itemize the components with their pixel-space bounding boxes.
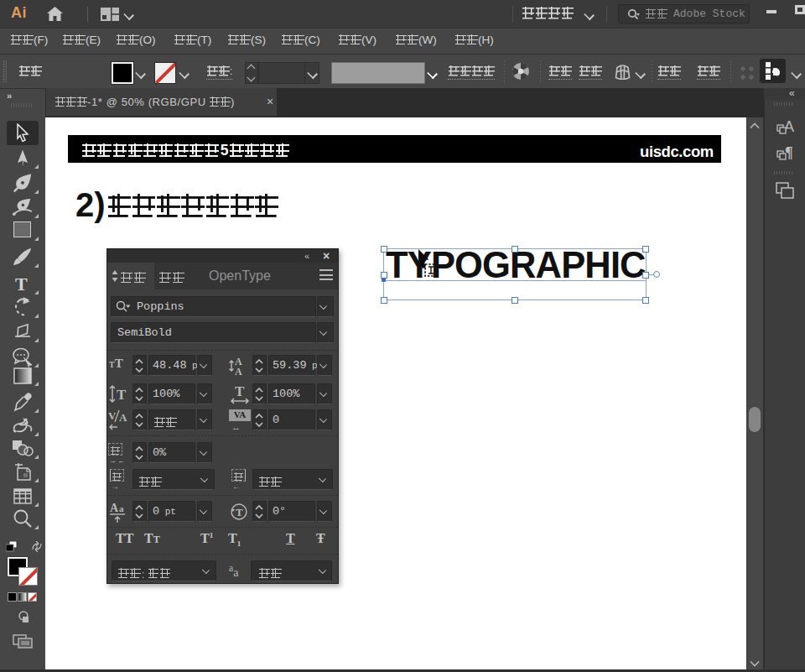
svg-text:A: A [119, 411, 127, 424]
svg-text:T: T [235, 383, 245, 399]
svg-text:A: A [110, 502, 119, 514]
svg-text:A: A [235, 366, 242, 377]
svg-text:a: a [119, 503, 124, 513]
svg-text:T: T [236, 506, 243, 518]
svg-text:T: T [117, 387, 127, 403]
